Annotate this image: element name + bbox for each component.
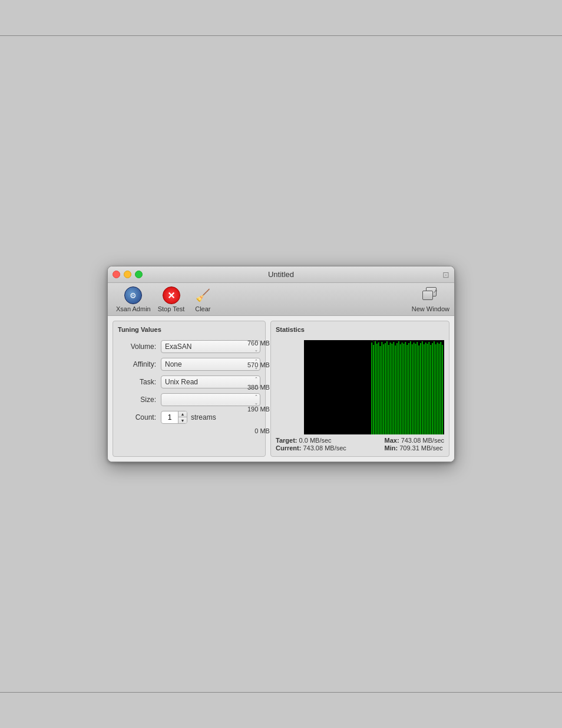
window-controls xyxy=(113,271,143,278)
svg-rect-37 xyxy=(432,343,433,434)
stop-test-circle: ✕ xyxy=(163,286,180,304)
svg-rect-29 xyxy=(418,345,419,434)
svg-rect-34 xyxy=(427,344,428,434)
svg-rect-1 xyxy=(371,342,372,434)
current-value: 743.08 MB/sec xyxy=(303,444,346,452)
svg-rect-47 xyxy=(377,340,378,341)
stats-left: Target: 0.0 MB/sec Current: 743.08 MB/se… xyxy=(276,437,346,452)
maximize-button[interactable] xyxy=(135,271,143,278)
toolbar: ⚙ Xsan Admin ✕ Stop Test 🧹 Clear xyxy=(108,283,454,316)
svg-rect-23 xyxy=(408,343,409,434)
svg-rect-44 xyxy=(372,340,372,341)
size-select-wrapper xyxy=(161,393,260,406)
svg-rect-27 xyxy=(415,344,416,434)
max-value: 743.08 MB/sec xyxy=(401,437,444,444)
stats-panel-title: Statistics xyxy=(276,326,444,333)
y-label-570: 570 MB xyxy=(247,362,270,368)
size-label: Size: xyxy=(118,396,156,404)
svg-rect-21 xyxy=(405,342,406,434)
chart-container: 760 MB 570 MB 380 MB 190 MB 0 MB /* bars… xyxy=(276,340,444,434)
new-window-icon: ↗ xyxy=(421,286,440,305)
affinity-select-wrapper: None xyxy=(161,358,260,371)
task-select-wrapper: Unix Read xyxy=(161,375,260,388)
page-wrapper: Untitled ⊡ ⚙ Xsan Admin ✕ xyxy=(0,0,562,728)
svg-rect-13 xyxy=(392,344,393,434)
svg-rect-11 xyxy=(388,345,389,434)
current-stat: Current: 743.08 MB/sec xyxy=(276,444,346,452)
svg-rect-30 xyxy=(420,343,421,434)
clear-icon: 🧹 xyxy=(193,286,212,305)
svg-rect-8 xyxy=(383,344,384,434)
svg-rect-48 xyxy=(379,342,379,342)
svg-rect-3 xyxy=(375,341,376,434)
xsan-admin-icon: ⚙ xyxy=(124,286,143,305)
y-axis-labels: 760 MB 570 MB 380 MB 190 MB 0 MB xyxy=(247,340,270,434)
svg-rect-25 xyxy=(412,344,413,434)
new-window-button[interactable]: ↗ New Window xyxy=(412,286,449,312)
svg-rect-5 xyxy=(378,342,379,434)
svg-rect-28 xyxy=(416,342,418,434)
task-row: Task: Unix Read xyxy=(118,375,260,388)
svg-rect-43 xyxy=(442,345,443,434)
svg-rect-16 xyxy=(396,343,398,434)
size-select[interactable] xyxy=(161,393,260,406)
volume-select[interactable]: ExaSAN xyxy=(161,340,260,353)
chart-area: /* bars generated inline */ xyxy=(304,340,444,434)
window-front-square xyxy=(422,291,433,300)
count-input[interactable] xyxy=(161,413,178,421)
stop-test-icon: ✕ xyxy=(162,286,181,305)
current-label: Current: xyxy=(276,444,301,452)
stats-panel: Statistics 760 MB 570 MB 380 MB 190 MB 0… xyxy=(270,321,449,457)
size-row: Size: xyxy=(118,393,260,406)
max-stat: Max: 743.08 MB/sec xyxy=(385,437,445,444)
svg-rect-2 xyxy=(373,345,374,434)
svg-rect-12 xyxy=(390,342,391,434)
xsan-admin-label: Xsan Admin xyxy=(116,305,151,312)
svg-rect-38 xyxy=(434,341,435,434)
xsan-admin-button[interactable]: ⚙ Xsan Admin xyxy=(113,285,154,314)
svg-rect-18 xyxy=(400,344,401,434)
title-bar: Untitled ⊡ xyxy=(108,266,454,283)
new-window-label: New Window xyxy=(412,305,449,312)
stats-bottom: Target: 0.0 MB/sec Current: 743.08 MB/se… xyxy=(276,437,444,452)
affinity-label: Affinity: xyxy=(118,360,156,368)
svg-rect-24 xyxy=(410,341,411,434)
stepper-buttons: ▲ ▼ xyxy=(178,411,187,424)
svg-rect-35 xyxy=(428,342,429,434)
svg-rect-22 xyxy=(406,345,408,434)
stop-test-button[interactable]: ✕ Stop Test xyxy=(154,285,189,314)
svg-rect-19 xyxy=(402,342,403,434)
target-stat: Target: 0.0 MB/sec xyxy=(276,437,346,444)
svg-rect-26 xyxy=(414,342,415,434)
task-select[interactable]: Unix Read xyxy=(161,375,260,388)
tuning-panel-title: Tuning Values xyxy=(118,326,260,333)
volume-label: Volume: xyxy=(118,342,156,351)
count-up-button[interactable]: ▲ xyxy=(178,411,187,417)
y-label-0: 0 MB xyxy=(247,428,270,434)
svg-rect-32 xyxy=(424,344,425,434)
window-title: Untitled xyxy=(268,270,294,279)
min-value: 709.31 MB/sec xyxy=(399,444,442,452)
clear-button[interactable]: 🧹 Clear xyxy=(188,285,217,314)
close-button[interactable] xyxy=(113,271,120,278)
stats-right: Max: 743.08 MB/sec Min: 709.31 MB/sec xyxy=(385,437,445,452)
svg-rect-46 xyxy=(375,341,376,341)
svg-rect-7 xyxy=(381,342,382,434)
stop-test-label: Stop Test xyxy=(158,305,185,312)
count-row: Count: ▲ ▼ streams xyxy=(118,411,260,424)
affinity-row: Affinity: None xyxy=(118,358,260,371)
minimize-button[interactable] xyxy=(124,271,131,278)
streams-label: streams xyxy=(191,413,216,421)
affinity-select[interactable]: None xyxy=(161,358,260,371)
svg-rect-10 xyxy=(386,341,388,434)
svg-rect-33 xyxy=(425,342,427,434)
svg-rect-41 xyxy=(438,344,439,434)
svg-rect-20 xyxy=(404,344,405,434)
count-down-button[interactable]: ▼ xyxy=(178,417,187,424)
svg-rect-36 xyxy=(430,345,431,434)
y-label-190: 190 MB xyxy=(247,406,270,413)
new-window-squares: ↗ xyxy=(422,287,439,304)
svg-rect-40 xyxy=(437,342,438,434)
max-label: Max: xyxy=(385,437,399,444)
content-area: Tuning Values Volume: ExaSAN Affinity: xyxy=(108,316,454,462)
